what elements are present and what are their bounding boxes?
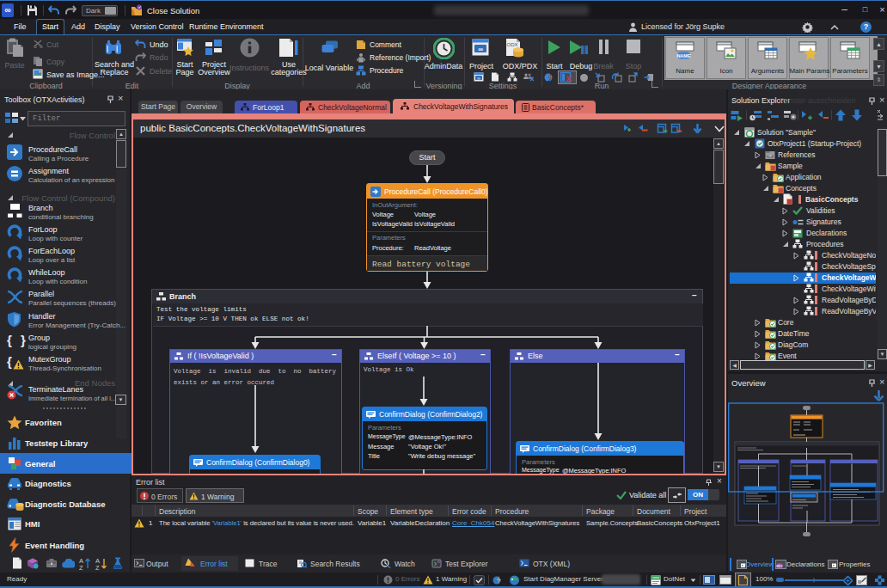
svg-text:∞: ∞ <box>478 46 483 53</box>
svg-text:Z: Z <box>95 564 100 571</box>
svg-text:Z: Z <box>79 564 83 571</box>
svg-text:∞: ∞ <box>477 76 480 81</box>
svg-text:abc: abc <box>776 564 783 568</box>
svg-text:NAME: NAME <box>676 53 691 58</box>
svg-text:ODX: ODX <box>506 42 517 47</box>
svg-text:DE: DE <box>768 155 774 158</box>
